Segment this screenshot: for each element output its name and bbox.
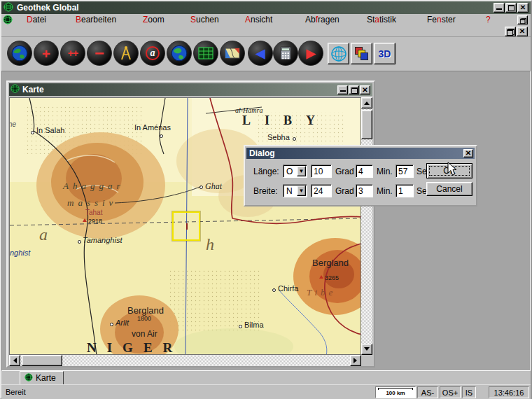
back-button left-arrow-icon[interactable]: ◀: [248, 41, 273, 66]
forward-button right-arrow-icon[interactable]: ▶: [298, 41, 323, 66]
map-marker-chirfa: [272, 288, 276, 292]
globe-view-button globe-icon[interactable]: [7, 41, 32, 66]
vertical-scrollbar[interactable]: [361, 97, 372, 355]
map-label-sebha: Sebha: [267, 133, 290, 141]
chevron-down-icon[interactable]: ▼: [297, 166, 306, 176]
breite-direction-dropdown[interactable]: N ▼: [283, 184, 307, 197]
status-as: AS-: [417, 386, 438, 398]
map-label-tahat: Tahat: [85, 209, 102, 216]
scroll-down-button[interactable]: [361, 344, 372, 355]
measure-compass-button compass-icon[interactable]: [113, 41, 139, 66]
maximize-button[interactable]: [505, 3, 517, 13]
status-clock: 13:46:16: [489, 386, 529, 398]
map-marker-in-amenas: [160, 134, 163, 138]
horizontal-scroll-thumb[interactable]: [22, 355, 62, 366]
laenge-direction-dropdown[interactable]: O ▼: [283, 164, 307, 178]
scroll-up-button[interactable]: [361, 97, 372, 108]
karte-minimize-button[interactable]: [337, 85, 348, 94]
laenge-grad-input[interactable]: [311, 164, 332, 178]
chevron-down-icon[interactable]: ▼: [297, 186, 306, 196]
menu-item-ansicht[interactable]: Ansicht: [245, 15, 272, 24]
dialog-titlebar[interactable]: Dialog ✕: [246, 148, 475, 159]
zoom-out-button minus-icon[interactable]: −: [87, 41, 112, 66]
status-is: IS: [462, 386, 476, 398]
status-bar: Bereit 100 km AS- OS+ IS 13:46:16: [1, 384, 531, 399]
breite-grad-input[interactable]: [311, 184, 332, 197]
breite-min-label: Min.: [377, 186, 393, 196]
app-title: Geothek Global: [17, 3, 79, 13]
map-viewport[interactable]: al-Hamra ne In Salah In Aménas LIBY Sebh…: [9, 97, 361, 355]
menu-item-suchen[interactable]: Suchen: [190, 15, 219, 24]
laenge-min-label: Min.: [377, 167, 393, 176]
menu-item-datei[interactable]: Datei: [27, 15, 46, 24]
status-os: OS+: [440, 386, 461, 398]
scroll-left-button[interactable]: [9, 355, 20, 366]
scrollbar-corner: [361, 355, 372, 366]
map-label-massiv: massiv: [67, 197, 117, 209]
karte-close-button[interactable]: ✕: [360, 85, 370, 94]
zoom-in-fast-button plus-plus-icon[interactable]: ++: [60, 41, 85, 66]
karte-titlebar[interactable]: Karte ✕: [9, 83, 372, 96]
breite-min-input[interactable]: [356, 184, 373, 197]
scroll-right-button[interactable]: [350, 355, 361, 366]
map-label-chirfa: Chirfa: [278, 284, 298, 293]
mdi-restore-button[interactable]: [517, 15, 528, 24]
minimize-button[interactable]: [493, 3, 505, 13]
status-scale-indicator: 100 km: [375, 386, 416, 398]
app-titlebar[interactable]: Geothek Global ✕: [1, 1, 531, 14]
laenge-label: Länge:: [253, 167, 279, 176]
ok-button[interactable]: OK: [426, 163, 472, 178]
mdi-child-close-button[interactable]: ✕: [517, 27, 528, 36]
map-selection-rectangle[interactable]: [172, 211, 200, 241]
menu-item-bearbeiten[interactable]: Bearbeiten: [76, 15, 116, 24]
map-label-3265: 3265: [325, 274, 339, 281]
laenge-sek-input[interactable]: [396, 164, 414, 178]
laenge-min-input[interactable]: [356, 164, 373, 178]
map-label-ne: ne: [9, 120, 16, 128]
world-map-button globe-icon[interactable]: [167, 41, 192, 66]
map-marker-sebha: [293, 137, 296, 141]
tab-karte[interactable]: Karte: [20, 371, 64, 384]
table-grid-button grid-icon[interactable]: [193, 41, 218, 66]
zoom-in-button plus-icon[interactable]: +: [34, 41, 59, 66]
map-label-sahara-h: h: [206, 235, 214, 254]
map-label-von-air: von Air: [132, 329, 158, 339]
mdi-system-globe-icon[interactable]: [3, 15, 13, 27]
breite-grad-label: Grad: [335, 186, 354, 196]
laenge-grad-label: Grad: [335, 167, 354, 176]
map-label-tamanghist: Tamanghist: [83, 236, 122, 244]
map-label-bergland-air: Bergland: [127, 305, 164, 316]
karte-globe-icon: [10, 84, 20, 95]
map-marker-in-salah: [31, 131, 34, 134]
view-3d-button 3d-icon[interactable]: 3D: [374, 43, 396, 64]
map-label-sahara-a: a: [39, 225, 48, 244]
toolbar: + ++ − a ◀ ▶ 3D: [1, 37, 531, 71]
cancel-button[interactable]: Cancel: [426, 182, 472, 196]
map-label-in-salah: In Salah: [36, 126, 64, 134]
menu-item-help[interactable]: ?: [486, 15, 491, 24]
mdi-child-restore-button[interactable]: [505, 27, 516, 36]
karte-window: Karte ✕: [6, 80, 375, 368]
calculator-button calculator-icon[interactable]: [273, 41, 298, 66]
map-theme-button map-icon[interactable]: [220, 41, 245, 66]
menubar: Datei Bearbeiten Zoom Suchen Ansicht Abf…: [1, 14, 531, 26]
coordinate-dialog: Dialog ✕ Länge: O ▼ Grad Min. Sek. Breit…: [244, 145, 477, 206]
breite-sek-input[interactable]: [396, 184, 414, 197]
mdi-controls-strip: ✕: [1, 26, 531, 37]
map-label-in-amenas: In Aménas: [134, 123, 171, 132]
menu-item-zoom[interactable]: Zoom: [143, 15, 164, 24]
menu-item-fenster[interactable]: Fenster: [427, 15, 456, 24]
horizontal-scrollbar[interactable]: [9, 355, 361, 366]
menu-item-abfragen[interactable]: Abfragen: [305, 15, 340, 24]
app-window: Geothek Global ✕ Datei Bearbeiten Zoom S…: [0, 0, 532, 399]
globe-wireframe-button wireframe-globe-icon[interactable]: [328, 43, 349, 64]
vertical-scroll-thumb[interactable]: [361, 110, 372, 139]
karte-maximize-button[interactable]: [349, 85, 359, 94]
status-ready: Bereit: [6, 388, 26, 396]
menu-item-statistik[interactable]: Statistik: [367, 15, 396, 24]
label-tool-button letter-a-icon[interactable]: a: [140, 41, 165, 66]
mdi-client-area: Karte ✕: [1, 71, 531, 371]
close-button[interactable]: ✕: [517, 3, 528, 13]
layers-button layers-icon[interactable]: [351, 43, 372, 64]
dialog-close-button[interactable]: ✕: [463, 149, 473, 158]
